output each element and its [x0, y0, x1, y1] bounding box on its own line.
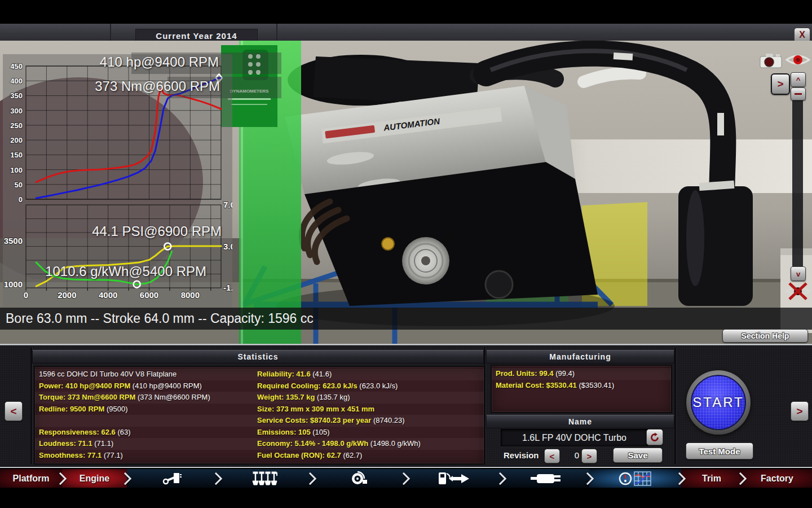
start-button-face: START [691, 375, 746, 430]
tab-dyno[interactable] [589, 469, 681, 488]
svg-text:-1.0: -1.0 [223, 283, 232, 292]
muffler-icon [531, 472, 561, 485]
test-mode-button[interactable]: Test Mode [686, 443, 753, 459]
scroll-up-button[interactable]: ^ [791, 72, 806, 87]
engine-name-input[interactable] [501, 429, 648, 446]
top-black-strip [0, 0, 812, 24]
svg-text:150: 150 [10, 151, 23, 159]
tab-conrods[interactable] [127, 469, 218, 488]
save-button[interactable]: Save [613, 448, 663, 463]
economy-best-label: 1010.6 g/kWh@5400 RPM [45, 264, 206, 279]
piston-icon [162, 472, 183, 485]
scrollbar-track[interactable] [792, 100, 803, 266]
dyno-chart-panel: 4504003503002502001501005000200040006000… [3, 54, 232, 307]
manufacturing-box: Prod. Units: 99.4 (99.4)Material Cost: $… [491, 365, 672, 413]
next-section-button[interactable]: > [791, 401, 809, 421]
svg-text:2000: 2000 [58, 290, 76, 300]
thumb-grip [795, 93, 802, 95]
svg-text:400: 400 [10, 77, 23, 85]
pulley [486, 271, 513, 298]
automation-engine-designer: Current Year 2014 X [0, 0, 812, 508]
panel-divider-line [0, 344, 812, 345]
svg-text:0: 0 [19, 195, 23, 204]
tab-platform[interactable]: Platform [0, 469, 62, 488]
tab-fuel-system[interactable] [405, 469, 502, 488]
stat-row: 1596 cc DOHC DI Turbo 40V V8 FlatplaneRe… [35, 369, 484, 380]
stat-row: Service Costs: $8740.23 per year (8740.2… [35, 415, 484, 427]
section-tab-bar: Platform Engine [0, 467, 812, 488]
valvetrain-icon [252, 471, 278, 486]
engine-3d-viewport: AUTOMATION [0, 41, 812, 345]
stat-row: Loudness: 71.1 (71.1)Economy: 5.14% - 14… [35, 438, 484, 450]
tab-trim[interactable]: Trim [681, 469, 742, 488]
pipe-clamp [717, 113, 724, 135]
svg-text:50: 50 [15, 181, 23, 189]
svg-text:1000: 1000 [4, 279, 23, 289]
eye-hidden-icon[interactable] [785, 281, 811, 302]
svg-text:0: 0 [24, 290, 28, 300]
revision-prev-button[interactable]: < [544, 449, 560, 463]
torque-peak-label: 373 Nm@6600 RPM [95, 78, 220, 94]
refresh-icon [650, 432, 660, 443]
statistics-header: Statistics [32, 350, 484, 364]
tab-engine[interactable]: Engine [62, 469, 127, 488]
svg-text:100: 100 [10, 166, 23, 174]
svg-text:8000: 8000 [181, 290, 200, 300]
tab-aspiration[interactable] [312, 469, 405, 488]
regenerate-name-button[interactable] [646, 429, 663, 445]
svg-text:350: 350 [10, 91, 23, 100]
tab-exhaust[interactable] [502, 469, 589, 488]
pipe-clamp [614, 52, 633, 60]
scrollbar-thumb[interactable] [791, 87, 806, 100]
svg-text:450: 450 [10, 62, 23, 71]
gauge-chart-icon [619, 471, 652, 487]
svg-text:300: 300 [10, 107, 23, 115]
panel-groove [30, 348, 32, 464]
tab-valvetrain[interactable] [218, 469, 312, 488]
name-header: Name [486, 415, 674, 428]
svg-text:200: 200 [10, 136, 23, 144]
scroll-down-button[interactable]: v [791, 266, 806, 281]
stat-row: Redline: 9500 RPM (9500)Size: 373 mm x 3… [35, 404, 484, 415]
stat-row: Power: 410 hp@9400 RPM (410 hp@9400 RPM)… [35, 380, 484, 392]
camera-icon[interactable] [759, 52, 783, 69]
revision-next-button[interactable]: > [581, 449, 597, 463]
svg-text:3.0: 3.0 [223, 242, 232, 251]
turbo-icon [350, 471, 368, 486]
stat-row: Torque: 373 Nm@6600 RPM (373 Nm@6600 RPM… [35, 392, 484, 404]
top-bar-divider [276, 24, 277, 41]
statistics-box: 1596 cc DOHC DI Turbo 40V V8 FlatplaneRe… [34, 366, 485, 465]
svg-text:4000: 4000 [99, 290, 117, 300]
tab-factory[interactable]: Factory [742, 469, 812, 488]
bottom-panel: < > Statistics 1596 cc DOHC DI Turbo 40V… [0, 345, 812, 466]
manufacturing-row: Prod. Units: 99.4 (99.4) [492, 368, 671, 380]
section-help-button[interactable]: Section Help [722, 329, 808, 343]
stat-row: Responsiveness: 62.6 (63)Emissions: 105 … [35, 427, 484, 439]
bore-stroke-readout: Bore 63.0 mm -- Stroke 64.0 mm -- Capaci… [0, 308, 812, 330]
svg-text:3500: 3500 [4, 236, 23, 246]
panel-groove [674, 348, 676, 464]
top-bar-divider [110, 24, 111, 41]
power-peak-label: 410 hp@9400 RPM [100, 54, 219, 70]
boost-peak-label: 44.1 PSI@6900 RPM [92, 224, 222, 239]
svg-text:7.0: 7.0 [223, 200, 232, 209]
manufacturing-row: Material Cost: $3530.41 ($3530.41) [492, 380, 671, 392]
eye-visibility-icon[interactable] [785, 51, 811, 69]
svg-text:6000: 6000 [140, 290, 158, 300]
brass-fitting [382, 238, 394, 250]
svg-text:250: 250 [10, 121, 23, 130]
fuel-icon [438, 471, 470, 486]
prev-section-button[interactable]: < [5, 401, 23, 421]
viewport-next-button[interactable]: > [771, 73, 790, 95]
top-bar: Current Year 2014 X [0, 24, 812, 41]
manufacturing-header: Manufacturing [486, 350, 674, 364]
stat-row: Smoothness: 77.1 (77.1)Fuel Octane (RON)… [35, 450, 484, 462]
revision-label: Revision [504, 449, 539, 462]
start-dyno-button[interactable]: START [686, 370, 751, 435]
